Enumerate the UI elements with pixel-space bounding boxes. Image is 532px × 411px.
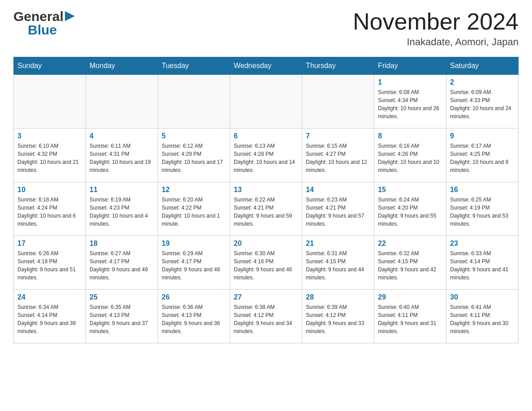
table-row: 11Sunrise: 6:19 AMSunset: 4:23 PMDayligh… [86,182,158,236]
day-info: Sunrise: 6:27 AMSunset: 4:17 PMDaylight:… [90,249,154,282]
col-wednesday: Wednesday [230,57,302,75]
day-info: Sunrise: 6:39 AMSunset: 4:12 PMDaylight:… [306,303,370,335]
day-number: 30 [450,293,515,301]
col-friday: Friday [374,57,446,75]
day-number: 21 [306,240,370,248]
day-number: 28 [306,293,370,301]
month-title: November 2024 [353,9,519,34]
day-number: 10 [17,186,82,194]
col-monday: Monday [86,57,158,75]
table-row: 17Sunrise: 6:26 AMSunset: 4:18 PMDayligh… [14,236,86,290]
col-saturday: Saturday [446,57,519,75]
day-number: 23 [450,240,515,248]
day-info: Sunrise: 6:11 AMSunset: 4:31 PMDaylight:… [90,142,154,174]
day-info: Sunrise: 6:26 AMSunset: 4:18 PMDaylight:… [17,249,82,282]
table-row: 10Sunrise: 6:18 AMSunset: 4:24 PMDayligh… [14,182,86,236]
day-info: Sunrise: 6:10 AMSunset: 4:32 PMDaylight:… [17,142,82,174]
day-number: 15 [378,186,442,194]
day-number: 8 [378,132,442,140]
table-row: 9Sunrise: 6:17 AMSunset: 4:25 PMDaylight… [446,128,519,182]
day-info: Sunrise: 6:17 AMSunset: 4:25 PMDaylight:… [450,142,515,174]
table-row: 13Sunrise: 6:22 AMSunset: 4:21 PMDayligh… [230,182,302,236]
day-info: Sunrise: 6:09 AMSunset: 4:33 PMDaylight:… [450,88,515,120]
table-row: 7Sunrise: 6:15 AMSunset: 4:27 PMDaylight… [302,128,374,182]
table-row: 24Sunrise: 6:34 AMSunset: 4:14 PMDayligh… [14,290,86,343]
day-info: Sunrise: 6:41 AMSunset: 4:11 PMDaylight:… [450,303,515,335]
day-number: 29 [378,293,442,301]
day-info: Sunrise: 6:08 AMSunset: 4:34 PMDaylight:… [378,88,442,120]
day-number: 6 [234,132,298,140]
table-row: 22Sunrise: 6:32 AMSunset: 4:15 PMDayligh… [374,236,446,290]
table-row [302,75,374,128]
location-subtitle: Inakadate, Aomori, Japan [353,36,519,48]
calendar-week-row: 10Sunrise: 6:18 AMSunset: 4:24 PMDayligh… [14,182,519,236]
day-number: 17 [17,240,82,248]
day-info: Sunrise: 6:35 AMSunset: 4:13 PMDaylight:… [90,303,154,335]
table-row: 14Sunrise: 6:23 AMSunset: 4:21 PMDayligh… [302,182,374,236]
day-number: 16 [450,186,515,194]
table-row: 21Sunrise: 6:31 AMSunset: 4:15 PMDayligh… [302,236,374,290]
table-row: 6Sunrise: 6:13 AMSunset: 4:28 PMDaylight… [230,128,302,182]
table-row: 1Sunrise: 6:08 AMSunset: 4:34 PMDaylight… [374,75,446,128]
day-info: Sunrise: 6:40 AMSunset: 4:11 PMDaylight:… [378,303,442,335]
day-info: Sunrise: 6:16 AMSunset: 4:26 PMDaylight:… [378,142,442,174]
day-number: 19 [162,240,226,248]
day-number: 11 [90,186,154,194]
col-sunday: Sunday [14,57,86,75]
col-thursday: Thursday [302,57,374,75]
logo-arrow-icon [65,11,75,21]
day-info: Sunrise: 6:13 AMSunset: 4:28 PMDaylight:… [234,142,298,174]
day-info: Sunrise: 6:25 AMSunset: 4:19 PMDaylight:… [450,196,515,228]
calendar-week-row: 1Sunrise: 6:08 AMSunset: 4:34 PMDaylight… [14,75,519,128]
day-number: 25 [90,293,154,301]
day-number: 12 [162,186,226,194]
title-section: November 2024 Inakadate, Aomori, Japan [353,9,519,48]
table-row: 29Sunrise: 6:40 AMSunset: 4:11 PMDayligh… [374,290,446,343]
table-row: 18Sunrise: 6:27 AMSunset: 4:17 PMDayligh… [86,236,158,290]
table-row: 12Sunrise: 6:20 AMSunset: 4:22 PMDayligh… [158,182,230,236]
col-tuesday: Tuesday [158,57,230,75]
day-info: Sunrise: 6:33 AMSunset: 4:14 PMDaylight:… [450,249,515,282]
day-number: 1 [378,78,442,86]
day-info: Sunrise: 6:30 AMSunset: 4:16 PMDaylight:… [234,249,298,282]
day-number: 14 [306,186,370,194]
calendar-week-row: 17Sunrise: 6:26 AMSunset: 4:18 PMDayligh… [14,236,519,290]
table-row [230,75,302,128]
table-row [14,75,86,128]
day-info: Sunrise: 6:23 AMSunset: 4:21 PMDaylight:… [306,196,370,228]
day-number: 4 [90,132,154,140]
day-info: Sunrise: 6:15 AMSunset: 4:27 PMDaylight:… [306,142,370,174]
day-number: 2 [450,78,515,86]
table-row: 19Sunrise: 6:29 AMSunset: 4:17 PMDayligh… [158,236,230,290]
day-info: Sunrise: 6:32 AMSunset: 4:15 PMDaylight:… [378,249,442,282]
table-row: 25Sunrise: 6:35 AMSunset: 4:13 PMDayligh… [86,290,158,343]
day-number: 3 [17,132,82,140]
table-row: 27Sunrise: 6:38 AMSunset: 4:12 PMDayligh… [230,290,302,343]
day-info: Sunrise: 6:29 AMSunset: 4:17 PMDaylight:… [162,249,226,282]
day-number: 5 [162,132,226,140]
table-row [158,75,230,128]
logo: General Blue [13,9,75,38]
page-header: General Blue November 2024 Inakadate, Ao… [13,9,519,48]
day-number: 27 [234,293,298,301]
day-info: Sunrise: 6:19 AMSunset: 4:23 PMDaylight:… [90,196,154,228]
day-info: Sunrise: 6:18 AMSunset: 4:24 PMDaylight:… [17,196,82,228]
day-number: 13 [234,186,298,194]
table-row: 20Sunrise: 6:30 AMSunset: 4:16 PMDayligh… [230,236,302,290]
day-number: 22 [378,240,442,248]
table-row: 26Sunrise: 6:36 AMSunset: 4:13 PMDayligh… [158,290,230,343]
day-number: 24 [17,293,82,301]
day-number: 20 [234,240,298,248]
table-row: 2Sunrise: 6:09 AMSunset: 4:33 PMDaylight… [446,75,519,128]
day-info: Sunrise: 6:34 AMSunset: 4:14 PMDaylight:… [17,303,82,335]
table-row: 15Sunrise: 6:24 AMSunset: 4:20 PMDayligh… [374,182,446,236]
table-row: 3Sunrise: 6:10 AMSunset: 4:32 PMDaylight… [14,128,86,182]
logo-blue-text: Blue [28,22,57,38]
day-number: 7 [306,132,370,140]
table-row: 16Sunrise: 6:25 AMSunset: 4:19 PMDayligh… [446,182,519,236]
calendar-table: Sunday Monday Tuesday Wednesday Thursday… [13,57,519,343]
day-info: Sunrise: 6:36 AMSunset: 4:13 PMDaylight:… [162,303,226,335]
table-row: 4Sunrise: 6:11 AMSunset: 4:31 PMDaylight… [86,128,158,182]
day-info: Sunrise: 6:20 AMSunset: 4:22 PMDaylight:… [162,196,226,228]
day-number: 26 [162,293,226,301]
